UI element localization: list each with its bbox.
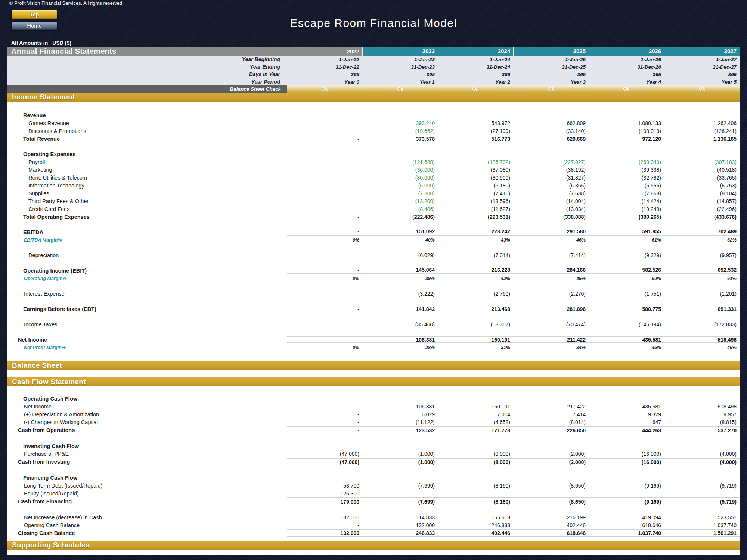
row-values: (13.200)(13.596)(14.004)(14.424)(14.857) — [287, 197, 740, 205]
value-cell: (14.004) — [513, 198, 589, 204]
value-cell: (70.474) — [513, 321, 589, 327]
value-cell: (293.531) — [438, 214, 513, 220]
value-cell: (14.424) — [589, 198, 664, 204]
row-label: EBITDA — [7, 228, 287, 236]
value-cell: 591.855 — [589, 228, 664, 234]
value-cell: 151.092 — [362, 228, 438, 234]
value-cell: (32.782) — [589, 175, 664, 181]
value-cell: (16.000) — [589, 459, 664, 465]
value-cell: (307.183) — [664, 159, 740, 165]
row-label: Games Revenue — [7, 119, 287, 127]
value-cell: 145.064 — [362, 267, 438, 273]
spacer — [7, 537, 740, 541]
value-cell: 114.833 — [362, 514, 438, 520]
meta-value: 1-Jan-26 — [589, 57, 664, 62]
spacer — [7, 328, 740, 336]
meta-value: 31-Dec-23 — [362, 64, 438, 70]
row-values: (6.000)(6.180)(6.365)(6.556)(6.753) — [287, 181, 740, 189]
statement-row: Opening Cash Balance-132.000246.833402.4… — [7, 521, 740, 529]
value-cell: 537.270 — [664, 427, 740, 433]
value-cell: (2.000) — [513, 459, 589, 465]
row-values: -(222.486)(293.531)(338.088)(380.265)(43… — [287, 213, 740, 221]
row-values: (47.000)(1.000)(8.000)(2.000)(16.000)(4.… — [287, 450, 740, 458]
value-cell: (7.868) — [589, 190, 664, 196]
meta-value: 31-Dec-27 — [664, 64, 740, 70]
row-values: (36.000)(37.080)(38.192)(39.338)(40.518) — [287, 166, 740, 174]
row-label: EBITDA Margin% — [7, 236, 287, 244]
meta-value: 1-Jan-25 — [513, 57, 589, 62]
value-cell: 40% — [362, 237, 438, 243]
meta-value: 1-Jan-24 — [438, 57, 513, 62]
spacer — [7, 102, 740, 111]
value-cell: 9.957 — [664, 411, 740, 417]
value-cell: 0% — [287, 237, 362, 243]
value-cell: 132.000 — [287, 530, 362, 536]
year-column-2026: 2026 — [589, 47, 664, 56]
row-label: (-) Changes in Working Capital — [7, 418, 287, 426]
row-label: Cash from Financing — [7, 497, 287, 505]
statement-row: Marketing(36.000)(37.080)(38.192)(39.338… — [7, 166, 740, 174]
value-cell: (4.000) — [664, 451, 740, 457]
value-cell: 435.581 — [589, 337, 664, 343]
value-cell: 1.080.133 — [589, 120, 664, 126]
value-cell: - — [513, 491, 589, 497]
statements-title: Annual Financial Statements — [7, 47, 117, 56]
statement-row: Rent, Utilities & Telecom(30.000)(30.900… — [7, 174, 740, 181]
value-cell: 246.833 — [438, 522, 513, 528]
check-status: Ok — [287, 85, 362, 93]
meta-label: Days in Year — [7, 71, 287, 77]
value-cell: (6.180) — [438, 183, 513, 189]
spacer — [7, 434, 740, 442]
value-cell: 226.850 — [513, 427, 589, 433]
value-cell: (11.122) — [362, 419, 438, 425]
statement-row: Financing Cash Flow — [7, 474, 740, 482]
value-cell: (35.460) — [362, 321, 438, 327]
balance-sheet-check-values: Ok Ok Ok Ok Ok Ok — [287, 85, 740, 93]
meta-value: Year 3 — [513, 79, 589, 85]
statement-row: Net Income-106.381160.101211.422435.5815… — [7, 402, 740, 410]
row-values: 393.240543.972662.8091.080.1331.262.406 — [287, 119, 740, 127]
statement-row: Cash from Operations-123.532171.773226.8… — [7, 426, 740, 434]
spacer — [7, 143, 740, 150]
meta-value: 1-Jan-22 — [287, 57, 362, 62]
row-label: Cash from Operations — [7, 426, 287, 434]
row-values: (19.662)(27.199)(33.140)(108.013)(126.24… — [287, 127, 740, 135]
value-cell: 216.228 — [438, 267, 513, 273]
value-cell: 702.489 — [664, 228, 740, 234]
statement-row: Operating Cash Flow — [7, 395, 740, 402]
value-cell: (30.900) — [438, 175, 513, 181]
value-cell: 39% — [362, 276, 438, 281]
value-cell: 160.101 — [438, 337, 513, 343]
value-cell: 171.773 — [438, 427, 513, 433]
value-cell: 393.240 — [362, 120, 438, 126]
row-label: Equity (Issued/Repaid) — [7, 489, 287, 497]
value-cell: (19.248) — [589, 206, 664, 212]
meta-value: 365 — [287, 72, 362, 77]
row-label: Payroll — [7, 158, 287, 166]
statement-row: EBITDA Margin%0%40%43%46%61%62% — [7, 236, 740, 244]
row-values: 0%40%43%46%61%62% — [287, 236, 740, 244]
value-cell: (47.000) — [287, 459, 362, 465]
value-cell: (172.833) — [664, 321, 740, 327]
statement-row: Credit Card Fees(8.406)(11.627)(13.034)(… — [7, 205, 740, 213]
meta-value: 365 — [362, 72, 438, 77]
value-cell: (1.751) — [589, 291, 664, 297]
year-header-row: Annual Financial Statements 2022 2023 20… — [7, 47, 740, 56]
meta-row-days-in-year: Days in Year 365 365 366 365 365 365 — [7, 71, 740, 78]
spacer — [7, 298, 740, 305]
value-cell: 106.381 — [362, 337, 438, 343]
amounts-label: All Amounts in — [11, 40, 48, 46]
meta-value: 365 — [589, 72, 664, 77]
value-cell: 61% — [589, 237, 664, 243]
value-cell: - — [287, 337, 362, 343]
row-values — [287, 474, 740, 482]
top-header: © Profit Vision Financial Services. All … — [0, 0, 747, 47]
meta-value: Year 0 — [287, 79, 362, 85]
row-label: Earnings Before taxes (EBT) — [7, 305, 287, 313]
spacer — [7, 351, 740, 361]
meta-value: 365 — [513, 72, 589, 77]
value-cell: 6.029 — [362, 411, 438, 417]
value-cell: - — [287, 214, 362, 220]
balance-sheet-check-row: Balance Sheet Check Ok Ok Ok Ok Ok Ok — [7, 85, 740, 93]
value-cell: (8.160) — [438, 483, 513, 489]
